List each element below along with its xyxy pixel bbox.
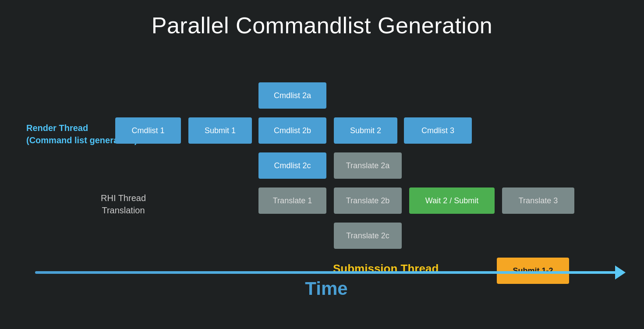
- box-translate3: Translate 3: [502, 187, 574, 214]
- box-submit1: Submit 1: [188, 117, 252, 144]
- box-translate2b: Translate 2b: [334, 187, 402, 214]
- box-translate2a: Translate 2a: [334, 152, 402, 179]
- box-cmdlist2a: Cmdlist 2a: [258, 82, 326, 109]
- time-arrow-container: Time: [35, 271, 618, 299]
- box-translate2c: Translate 2c: [334, 223, 402, 249]
- box-cmdlist2b: Cmdlist 2b: [258, 117, 326, 144]
- box-cmdlist2c: Cmdlist 2c: [258, 152, 326, 179]
- time-label: Time: [305, 278, 347, 299]
- box-cmdlist3: Cmdlist 3: [404, 117, 472, 144]
- box-wait2-submit: Wait 2 / Submit: [409, 187, 495, 214]
- time-arrow: [35, 271, 618, 274]
- page-title: Parallel Commandlist Generation: [0, 0, 644, 39]
- box-translate1: Translate 1: [258, 187, 326, 214]
- diagram-area: Render Thread (Command list generation) …: [0, 53, 644, 329]
- box-cmdlist1: Cmdlist 1: [115, 117, 181, 144]
- box-submit2: Submit 2: [334, 117, 397, 144]
- rhi-thread-label: RHI Thread Translation: [101, 192, 146, 216]
